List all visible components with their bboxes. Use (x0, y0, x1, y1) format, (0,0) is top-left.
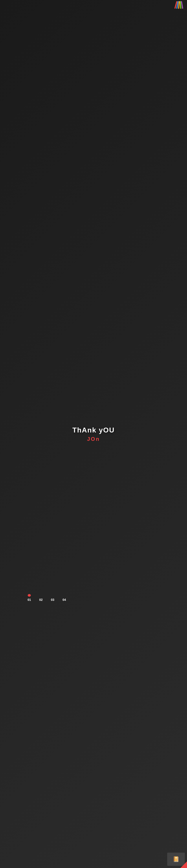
slides-container: 2018 商务计划书 The user can demonstrate on a… (0, 0, 187, 746)
thankyou-sub: JOn (72, 436, 115, 442)
slide-thankyou: ThAnk yOU JOn 📔 (94, 694, 187, 746)
thankyou-main: ThAnk yOU (72, 426, 115, 434)
